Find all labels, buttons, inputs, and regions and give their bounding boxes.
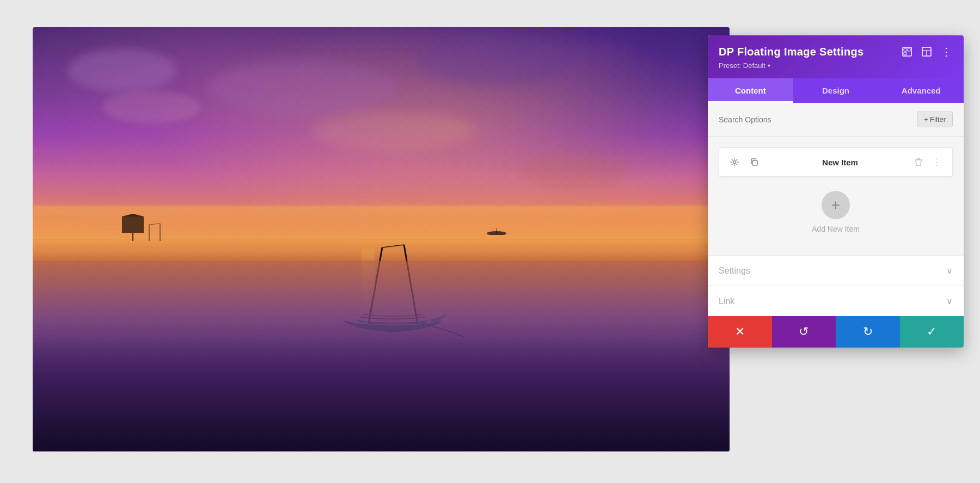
panel-title-icons: ⋮ xyxy=(901,45,953,58)
preset-label: Preset: Default xyxy=(719,61,765,70)
image-container xyxy=(33,27,730,451)
undo-icon: ↺ xyxy=(799,325,808,339)
svg-line-2 xyxy=(382,245,404,247)
boat-illustration xyxy=(311,237,475,345)
panel-tabs: Content Design Advanced xyxy=(708,78,964,103)
svg-rect-15 xyxy=(904,52,906,55)
resize-icon[interactable] xyxy=(901,45,914,58)
item-row-icons xyxy=(727,154,762,170)
tab-content[interactable]: Content xyxy=(708,78,793,103)
item-duplicate-icon[interactable] xyxy=(746,154,762,170)
panel-title: DP Floating Image Settings xyxy=(719,46,863,58)
save-button[interactable]: ✓ xyxy=(900,316,964,348)
tab-design[interactable]: Design xyxy=(793,78,879,103)
search-row: + Filter xyxy=(708,103,964,137)
settings-accordion: Settings ∨ xyxy=(708,255,964,286)
link-accordion-header[interactable]: Link ∨ xyxy=(719,296,953,306)
cancel-button[interactable]: ✕ xyxy=(708,316,772,348)
svg-line-1 xyxy=(404,245,418,324)
preset-caret: ▾ xyxy=(768,63,770,69)
item-name: New Item xyxy=(769,158,911,167)
sunset-image xyxy=(33,27,730,451)
item-row-actions: ⋮ xyxy=(911,154,945,170)
svg-rect-4 xyxy=(122,216,144,233)
svg-rect-13 xyxy=(904,48,906,51)
svg-marker-5 xyxy=(122,214,144,216)
undo-button[interactable]: ↺ xyxy=(772,316,836,348)
svg-rect-14 xyxy=(908,48,910,51)
svg-line-9 xyxy=(149,224,160,225)
save-icon: ✓ xyxy=(927,325,936,339)
page-wrapper: DP Floating Image Settings xyxy=(0,0,980,483)
settings-accordion-title: Settings xyxy=(719,266,750,276)
redo-button[interactable]: ↻ xyxy=(836,316,900,348)
add-circle-icon[interactable]: + xyxy=(822,191,850,219)
svg-point-19 xyxy=(733,161,736,164)
items-area: New Item ⋮ + Add New xyxy=(708,137,964,255)
cancel-icon: ✕ xyxy=(735,325,745,339)
link-accordion-title: Link xyxy=(719,296,734,306)
panel-body: + Filter xyxy=(708,103,964,316)
filter-button-label: + Filter xyxy=(924,115,946,123)
panel-footer: ✕ ↺ ↻ ✓ xyxy=(708,316,964,348)
item-settings-icon[interactable] xyxy=(727,154,742,170)
layout-icon[interactable] xyxy=(920,45,933,58)
item-delete-button[interactable] xyxy=(911,154,926,170)
item-more-button[interactable]: ⋮ xyxy=(929,154,945,170)
svg-rect-20 xyxy=(752,160,757,165)
redo-icon: ↻ xyxy=(863,325,873,339)
add-new-item-button[interactable]: + Add New Item xyxy=(719,185,953,244)
tab-advanced[interactable]: Advanced xyxy=(878,78,964,103)
panel-preset[interactable]: Preset: Default ▾ xyxy=(719,61,953,70)
list-item: New Item ⋮ xyxy=(719,147,953,177)
add-new-label: Add New Item xyxy=(812,225,860,233)
panel-title-row: DP Floating Image Settings xyxy=(719,45,953,58)
panel-header: DP Floating Image Settings xyxy=(708,35,964,78)
search-input[interactable] xyxy=(719,115,911,124)
link-chevron-icon: ∨ xyxy=(946,296,953,306)
link-accordion: Link ∨ xyxy=(708,286,964,316)
settings-accordion-header[interactable]: Settings ∨ xyxy=(719,265,953,276)
settings-panel: DP Floating Image Settings xyxy=(708,35,964,348)
settings-chevron-icon: ∨ xyxy=(946,265,953,276)
add-icon: + xyxy=(831,197,840,213)
more-options-icon[interactable]: ⋮ xyxy=(940,45,953,58)
filter-button[interactable]: + Filter xyxy=(917,112,953,127)
